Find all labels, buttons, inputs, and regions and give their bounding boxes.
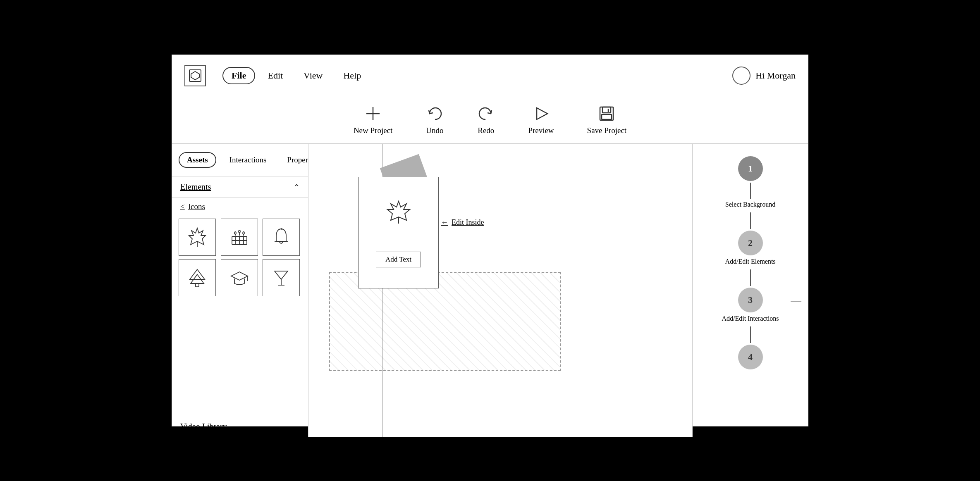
redo-button[interactable]: Redo [477, 105, 495, 135]
icons-grid [172, 215, 308, 300]
step-connector-1b [750, 212, 751, 229]
workflow-step-2: 2 [738, 231, 763, 255]
help-menu[interactable]: Help [335, 68, 369, 83]
step-connector-1-2 [750, 183, 751, 199]
nav-menu: File Edit View Help [222, 67, 369, 84]
svg-marker-1 [191, 71, 199, 80]
app-logo[interactable] [184, 65, 206, 86]
video-library-title[interactable]: Video Library [180, 422, 227, 431]
app-container: File Edit View Help Hi Morgan New Projec… [172, 55, 808, 426]
card-front[interactable]: Add Text [358, 177, 439, 288]
edit-inside-text: Edit Inside [452, 218, 484, 227]
step-connector-3-4 [750, 326, 751, 343]
svg-marker-25 [231, 272, 248, 280]
pine-tree-icon-cell[interactable] [179, 259, 216, 296]
new-project-button[interactable]: New Project [354, 105, 392, 135]
step-circle-2[interactable]: 2 [738, 231, 763, 255]
step-label-3: Add/Edit Interactions [722, 315, 779, 322]
svg-marker-4 [537, 108, 547, 119]
top-nav: File Edit View Help Hi Morgan [172, 55, 808, 96]
step-dash [791, 301, 801, 302]
edit-menu[interactable]: Edit [259, 68, 291, 83]
maple-leaf-icon-cell[interactable] [179, 219, 216, 256]
main-content: Assets Interactions Properties Elements … [172, 144, 808, 437]
canvas-area[interactable]: Add Text ← Edit Inside [308, 144, 692, 437]
save-project-button[interactable]: Save Project [587, 105, 627, 135]
view-menu[interactable]: View [295, 68, 331, 83]
step-label-1: Select Background [725, 201, 775, 208]
video-library-expand-icon[interactable]: ⌄ [294, 423, 300, 431]
panel-tabs: Assets Interactions Properties [172, 144, 308, 176]
workflow-step-4: 4 [738, 345, 763, 369]
edit-inside-label[interactable]: ← Edit Inside [441, 218, 484, 227]
left-arrow-icon: ← [441, 218, 448, 227]
step-circle-3[interactable]: 3 [738, 288, 763, 312]
step-circle-4[interactable]: 4 [738, 345, 763, 369]
icons-nav[interactable]: < Icons [172, 198, 308, 215]
elements-section-header: Elements ⌃ [172, 176, 308, 198]
undo-button[interactable]: Undo [425, 105, 444, 135]
add-text-button[interactable]: Add Text [376, 252, 421, 267]
step-label-2: Add/Edit Elements [725, 258, 775, 265]
workflow-step-1: 1 [738, 156, 763, 181]
user-greeting: Hi Morgan [755, 70, 796, 81]
svg-rect-7 [602, 114, 612, 119]
file-menu[interactable]: File [222, 67, 255, 84]
svg-rect-24 [196, 283, 199, 287]
left-panel: Assets Interactions Properties Elements … [172, 144, 308, 437]
toolbar: New Project Undo Redo Preview [172, 96, 808, 144]
svg-rect-6 [602, 107, 611, 113]
step-circle-1[interactable]: 1 [738, 156, 763, 181]
preview-button[interactable]: Preview [528, 105, 554, 135]
elements-title[interactable]: Elements [180, 182, 211, 192]
svg-marker-27 [275, 271, 288, 279]
birthday-cake-icon-cell[interactable] [221, 219, 258, 256]
video-library-section: Video Library ⌄ [172, 416, 308, 437]
cocktail-glass-icon-cell[interactable] [263, 259, 300, 296]
tab-assets[interactable]: Assets [179, 152, 216, 168]
elements-collapse-icon[interactable]: ⌃ [294, 183, 300, 192]
workflow-step-3: 3 [738, 288, 763, 312]
elements-section: Elements ⌃ < Icons [172, 176, 308, 416]
workflow-panel: 1 Select Background 2 Add/Edit Elements … [692, 144, 808, 437]
step-connector-2-3 [750, 269, 751, 286]
user-avatar [732, 67, 751, 85]
graduation-cap-icon-cell[interactable] [221, 259, 258, 296]
user-area: Hi Morgan [732, 67, 796, 85]
tab-interactions[interactable]: Interactions [222, 153, 274, 167]
bell-icon-cell[interactable] [263, 219, 300, 256]
icons-nav-label: Icons [188, 202, 205, 211]
back-arrow-icon: < [180, 202, 185, 211]
